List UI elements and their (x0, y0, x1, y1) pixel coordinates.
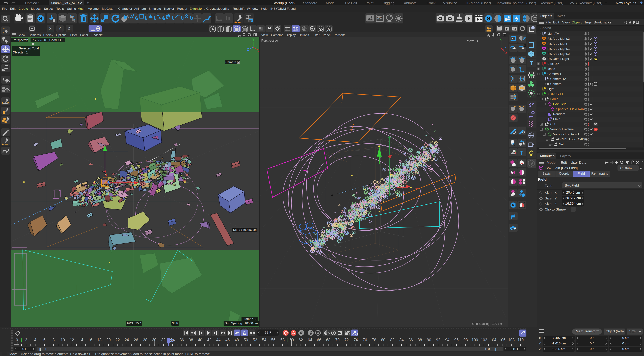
svg-text:T: T (530, 60, 533, 67)
svg-text:22: 22 (116, 338, 120, 342)
svg-text:X: X (524, 43, 526, 47)
svg-text:RS Area Light.3: RS Area Light.3 (548, 37, 570, 40)
svg-text:78: 78 (372, 338, 376, 342)
svg-text:32: 32 (161, 338, 166, 342)
svg-text:108: 108 (508, 338, 514, 342)
svg-text:4: 4 (34, 338, 36, 342)
svg-text:110: 110 (518, 338, 524, 342)
svg-text:Camera.1: Camera.1 (548, 72, 561, 76)
svg-text:Box Field: Box Field (553, 102, 566, 106)
svg-text:20: 20 (106, 338, 111, 342)
svg-text:54: 54 (262, 338, 266, 342)
svg-text:62: 62 (299, 338, 303, 342)
svg-text:106: 106 (499, 338, 506, 342)
svg-text:Y: Y (500, 39, 502, 42)
svg-text:Voronoi Fracture.1: Voronoi Fracture.1 (553, 132, 579, 136)
svg-text:Light: Light (548, 87, 554, 91)
svg-text:102: 102 (481, 338, 487, 342)
svg-text:46: 46 (226, 338, 230, 342)
svg-text:100: 100 (472, 338, 478, 342)
svg-text:BackUP: BackUP (548, 62, 559, 65)
svg-text:0: 0 (16, 338, 18, 342)
svg-text:Light.TA: Light.TA (548, 32, 559, 35)
svg-text:56: 56 (271, 338, 276, 342)
svg-text:92: 92 (436, 338, 440, 342)
svg-text:Icons: Icons (548, 67, 555, 70)
svg-text:80: 80 (381, 338, 386, 342)
svg-text:44: 44 (216, 338, 220, 342)
svg-text:50: 50 (244, 338, 248, 342)
svg-text:18: 18 (97, 338, 102, 342)
svg-text:58: 58 (280, 338, 285, 342)
svg-text:94: 94 (445, 338, 450, 342)
svg-text:Cut: Cut (550, 122, 555, 126)
svg-text:S: S (39, 15, 42, 21)
svg-text:Force: Force (550, 97, 558, 101)
svg-text:S: S (487, 15, 490, 22)
svg-text:Camera: Camera (550, 82, 562, 86)
svg-text:10: 10 (60, 338, 65, 342)
svg-text:Plain: Plain (553, 117, 560, 121)
svg-text:70: 70 (335, 338, 340, 342)
svg-text:X: X (505, 51, 507, 55)
svg-text:12: 12 (70, 338, 74, 342)
svg-text:Camera.TA: Camera.TA (550, 77, 566, 81)
svg-text:RS Area Light.2: RS Area Light.2 (548, 52, 570, 55)
svg-text:52: 52 (253, 338, 257, 342)
svg-text:Null: Null (559, 142, 564, 146)
svg-text:33: 33 (170, 339, 174, 343)
svg-text:T: T (520, 149, 524, 156)
svg-text:A: A (243, 330, 245, 333)
svg-text:74: 74 (354, 338, 358, 342)
svg-text:Z: Z (504, 46, 506, 50)
svg-text:A: A (327, 27, 330, 31)
svg-text:RS Area Light.1: RS Area Light.1 (548, 47, 570, 50)
svg-text:Z: Z (247, 48, 249, 51)
svg-text:Spherical Field.Ran: Spherical Field.Ran (556, 107, 584, 111)
svg-text:A: A (292, 331, 295, 335)
svg-text:2: 2 (25, 338, 27, 342)
svg-text:Random: Random (553, 112, 565, 116)
svg-text:88: 88 (418, 338, 422, 342)
svg-text:84: 84 (399, 338, 404, 342)
svg-text:82: 82 (390, 338, 394, 342)
svg-text:Y: Y (252, 38, 254, 41)
svg-text:Grid Spacing : 100 cm: Grid Spacing : 100 cm (472, 322, 502, 326)
svg-text:42: 42 (207, 338, 212, 342)
svg-text:64: 64 (308, 338, 312, 342)
svg-text:36: 36 (180, 338, 184, 342)
svg-text:68: 68 (326, 338, 330, 342)
svg-text:40: 40 (198, 338, 202, 342)
svg-text:Voronoi Fracture: Voronoi Fracture (550, 127, 574, 131)
svg-text:6: 6 (43, 338, 46, 342)
svg-text:76: 76 (363, 338, 367, 342)
svg-text:48: 48 (234, 338, 239, 342)
svg-text:38: 38 (189, 338, 193, 342)
svg-text:Move ◄: Move ◄ (467, 39, 479, 43)
svg-text:104: 104 (490, 338, 496, 342)
svg-text:RS Area Light: RS Area Light (548, 42, 567, 45)
svg-text:ADV: ADV (377, 16, 382, 19)
svg-text:66: 66 (317, 338, 321, 342)
svg-text:AORUS.T1: AORUS.T1 (548, 92, 563, 96)
svg-text:Perspective: Perspective (261, 39, 278, 42)
svg-text:98: 98 (464, 338, 468, 342)
svg-text:RS Dome Light: RS Dome Light (548, 57, 569, 60)
svg-text:16: 16 (88, 338, 92, 342)
svg-text:96: 96 (454, 338, 459, 342)
svg-text:24: 24 (124, 338, 129, 342)
svg-text:26: 26 (134, 338, 138, 342)
svg-text:28: 28 (143, 338, 148, 342)
svg-text:86: 86 (408, 338, 413, 342)
svg-text:72: 72 (344, 338, 349, 342)
svg-text:14: 14 (79, 338, 83, 342)
svg-text:8: 8 (52, 338, 55, 342)
svg-text:AORUS_Logo_C4D.ai: AORUS_Logo_C4D.ai (556, 137, 588, 141)
